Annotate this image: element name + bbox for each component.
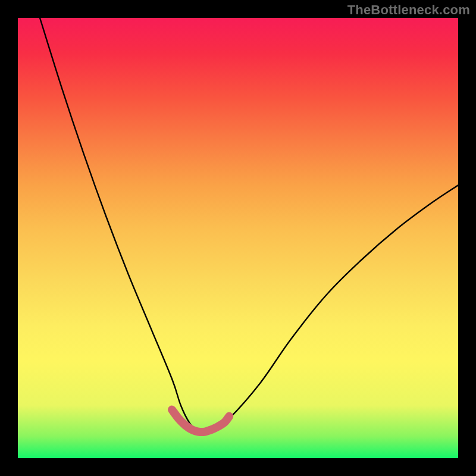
curve-layer	[18, 18, 458, 458]
bottom-highlight	[172, 410, 229, 432]
chart-stage: TheBottleneck.com	[0, 0, 476, 476]
plot-area	[18, 18, 458, 458]
watermark-text: TheBottleneck.com	[347, 2, 470, 18]
main-curve	[40, 18, 458, 433]
